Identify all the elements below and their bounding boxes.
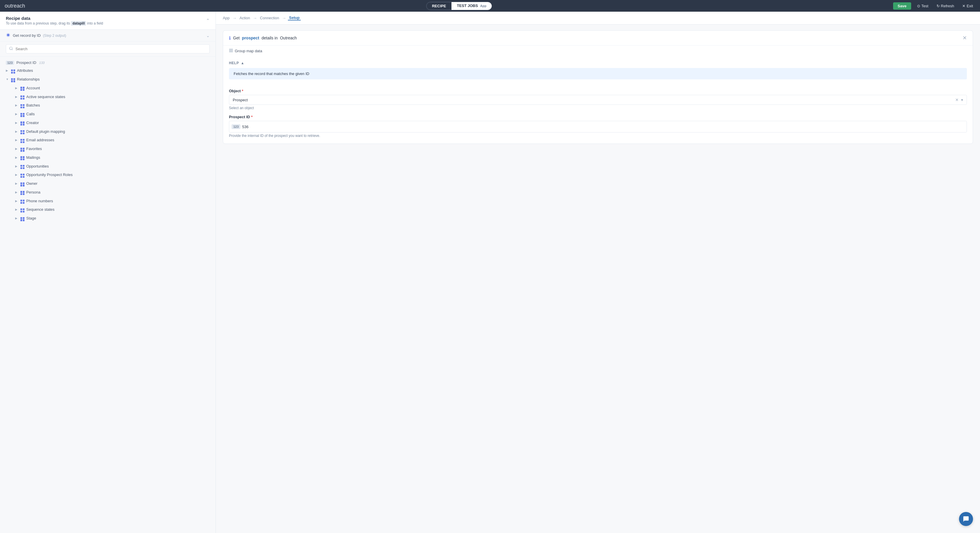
main-layout: Recipe data To use data from a previous … <box>0 12 980 533</box>
topbar: outreach RECIPE TEST JOBS App Save ⊙ Tes… <box>0 0 980 12</box>
prospect-id-value: 133 <box>39 61 45 64</box>
tree-item[interactable]: ▶ Stage <box>6 214 210 223</box>
test-icon: ⊙ <box>917 4 920 8</box>
tree-item[interactable]: ▶ Opportunity Prospect Roles <box>6 171 210 179</box>
tab-recipe[interactable]: RECIPE <box>426 2 452 10</box>
search-icon <box>9 46 13 51</box>
tree-item[interactable]: ▶ Calls <box>6 110 210 118</box>
chevron-right-icon: ▶ <box>15 182 19 185</box>
tree-item-label: Phone numbers <box>26 199 53 203</box>
close-action-button[interactable]: ✕ <box>963 35 967 41</box>
tab-switcher: RECIPE TEST JOBS App <box>426 2 492 10</box>
step-arrow-1: → <box>232 16 237 21</box>
tab-action[interactable]: Action <box>238 16 251 20</box>
attributes-label: Attributes <box>17 68 33 73</box>
action-app-name: Outreach <box>280 36 297 40</box>
save-button[interactable]: Save <box>893 2 911 10</box>
search-box <box>0 41 216 57</box>
grid-icon <box>21 215 24 221</box>
action-title-prefix: Get <box>233 36 240 40</box>
collapse-icon[interactable]: ⌃ <box>206 18 210 23</box>
chevron-right-icon: ▶ <box>15 104 19 107</box>
dropdown-icon[interactable]: ▾ <box>961 97 963 102</box>
step-tabs: App → Action → Connection → Setup <box>216 12 980 24</box>
tree-item-label: Sequence states <box>26 207 54 212</box>
chevron-right-icon: ▶ <box>15 164 19 168</box>
tree-item-label: Creator <box>26 121 39 125</box>
chevron-right-icon: ▶ <box>15 199 19 203</box>
topbar-actions: Save ⊙ Test ↻ Refresh ✕ Exit <box>893 2 975 10</box>
right-inner: ℹ Get prospect details in Outreach ✕ <box>216 24 980 155</box>
svg-rect-6 <box>231 51 232 52</box>
grid-icon <box>21 172 24 178</box>
tree-item[interactable]: ▶ Favorites <box>6 145 210 153</box>
tree-item[interactable]: ▶ Creator <box>6 118 210 127</box>
type-badge-123: 123 <box>6 61 14 65</box>
grid-icon <box>21 146 24 152</box>
object-select[interactable]: Prospect ✕ ▾ <box>229 95 967 105</box>
chevron-right-icon: ▶ <box>15 121 19 124</box>
tab-app[interactable]: App <box>222 16 231 20</box>
app-logo: outreach <box>5 3 25 9</box>
form-section: Object * Prospect ✕ ▾ Select an object P… <box>223 89 973 144</box>
tree-item[interactable]: ▶ Mailings <box>6 153 210 162</box>
prospect-id-label: Prospect ID <box>16 61 36 65</box>
help-section: HELP ▲ Fetches the record that matches t… <box>223 56 973 84</box>
chevron-right-icon: ▶ <box>15 130 19 133</box>
chat-bubble[interactable] <box>959 512 973 526</box>
chevron-down-icon: ▼ <box>6 78 10 81</box>
grid-icon <box>21 128 24 134</box>
datapill-label: datapill <box>71 21 86 26</box>
grid-icon <box>21 207 24 212</box>
action-card: ℹ Get prospect details in Outreach ✕ <box>223 30 973 144</box>
attributes-item[interactable]: ▶ Attributes <box>6 66 210 75</box>
chevron-right-icon: ▶ <box>15 156 19 159</box>
tab-connection[interactable]: Connection <box>259 16 280 20</box>
prospect-id-hint: Provide the internal ID of the prospect … <box>229 134 967 138</box>
prospect-id-required-marker: * <box>251 115 253 119</box>
prospect-id-input-field[interactable]: 123 536 <box>229 121 967 132</box>
svg-point-1 <box>7 34 10 36</box>
exit-button[interactable]: ✕ Exit <box>960 3 975 10</box>
relationships-item[interactable]: ▼ Relationships <box>6 75 210 84</box>
chevron-right-icon: ▶ <box>6 69 10 72</box>
tree-item[interactable]: ▶ Sequence states <box>6 205 210 214</box>
tree-item[interactable]: ▶ Account <box>6 84 210 93</box>
prospect-id-type-badge: 123 <box>232 124 240 129</box>
help-toggle-button[interactable]: HELP ▲ <box>229 61 244 65</box>
action-title-highlight: prospect <box>242 36 259 40</box>
tree-item[interactable]: ▶ Batches <box>6 101 210 110</box>
object-hint: Select an object <box>229 106 967 110</box>
tree-item[interactable]: ▶ Phone numbers <box>6 196 210 205</box>
tree-item[interactable]: ▶ Owner <box>6 179 210 188</box>
object-field-label: Object * <box>229 89 967 93</box>
tab-testjobs[interactable]: TEST JOBS App <box>452 2 492 10</box>
group-map-button[interactable]: Group map data <box>223 46 268 56</box>
tree-item[interactable]: ▶ Opportunities <box>6 162 210 171</box>
refresh-button[interactable]: ↻ Refresh <box>934 3 957 10</box>
tree-item[interactable]: ▶ Active sequence states <box>6 92 210 101</box>
chevron-right-icon: ▶ <box>15 191 19 194</box>
help-text: Fetches the record that matches the give… <box>234 72 309 76</box>
tree-item[interactable]: ▶ Email addresses <box>6 136 210 145</box>
clear-icon[interactable]: ✕ <box>955 97 959 102</box>
chevron-right-icon: ▶ <box>15 217 19 220</box>
tree-item[interactable]: ▶ Default plugin mapping <box>6 127 210 136</box>
recipe-subtitle: To use data from a previous step, drag i… <box>6 21 103 26</box>
search-input[interactable] <box>16 47 207 51</box>
prospect-id-field-label: Prospect ID * <box>229 115 967 119</box>
tree-item-label: Active sequence states <box>26 94 65 99</box>
tree-item-label: Mailings <box>26 155 40 160</box>
chevron-right-icon: ▶ <box>15 208 19 211</box>
tab-setup[interactable]: Setup <box>288 16 301 21</box>
grid-icon <box>21 120 24 126</box>
test-button[interactable]: ⊙ Test <box>915 3 931 10</box>
section-chevron-icon[interactable]: ⌄ <box>206 33 210 38</box>
prospect-id-item[interactable]: 123 Prospect ID 133 <box>6 59 210 66</box>
refresh-icon: ↻ <box>937 4 940 8</box>
svg-rect-3 <box>229 49 231 50</box>
select-actions: ✕ ▾ <box>955 97 963 102</box>
step-section-header[interactable]: Get record by ID (Step 2 output) ⌄ <box>0 30 216 41</box>
tree-item[interactable]: ▶ Persona <box>6 188 210 197</box>
info-icon: ℹ <box>229 35 231 41</box>
